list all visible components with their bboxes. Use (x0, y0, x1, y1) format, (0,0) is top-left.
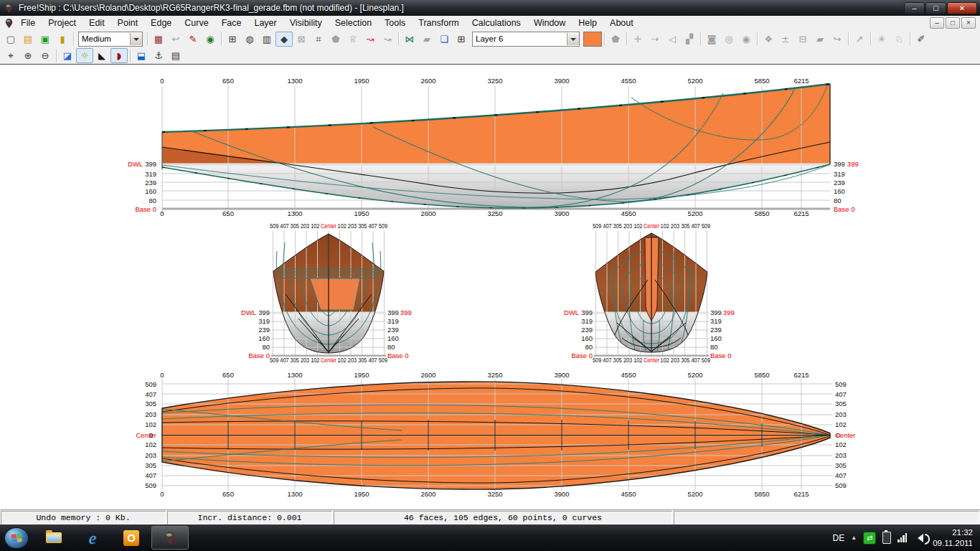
split-section-button[interactable]: ▞ (681, 32, 698, 47)
transform-rotate-button[interactable]: ▰ (811, 32, 829, 47)
fill-mode-button[interactable]: ◣ (93, 48, 110, 63)
menu-tools[interactable]: Tools (378, 16, 412, 30)
save-file-button[interactable]: ▣ (37, 32, 54, 47)
zoom-out-button[interactable]: ⊖ (37, 48, 54, 63)
control-net-button[interactable]: ▦ (150, 32, 167, 47)
markers-button[interactable]: ♕ (344, 32, 362, 47)
new-face-button[interactable]: ❖ (760, 32, 777, 47)
control-curves-button[interactable]: ◍ (241, 32, 258, 47)
menu-transform[interactable]: Transform (412, 16, 466, 30)
crosshair-icon: ✛ (634, 34, 642, 44)
hydrostatics-button[interactable]: ⌗ (310, 32, 327, 47)
menu-curve[interactable]: Curve (178, 16, 215, 30)
volume-icon[interactable] (913, 534, 923, 542)
menu-layer[interactable]: Layer (248, 16, 283, 30)
menu-calculations[interactable]: Calculations (466, 16, 527, 30)
tray-expand-arrow[interactable]: ▲ (851, 534, 857, 541)
lackenby-button[interactable]: ↗ (851, 32, 868, 47)
unlock-points-button[interactable]: ◎ (720, 32, 738, 47)
intersect-edges-button[interactable]: ⇢ (646, 32, 664, 47)
exit-button[interactable]: ▮ (54, 32, 71, 47)
chevron-down-icon[interactable] (130, 33, 142, 45)
export-model-button[interactable]: ⚓ (150, 48, 167, 63)
svg-text:305: 305 (145, 461, 156, 469)
marker-pen-button[interactable]: ✐ (913, 32, 930, 47)
unlock-all-button[interactable]: ◉ (738, 32, 755, 47)
mirror-panels-button[interactable]: ▰ (418, 32, 435, 47)
zoom-in-button[interactable]: ⊕ (19, 48, 37, 63)
menu-project[interactable]: Project (42, 16, 83, 30)
clock[interactable]: 21:32 09.11.2011 (933, 527, 973, 548)
network-signal-icon[interactable] (897, 533, 907, 542)
sync-tray-icon[interactable]: ⇄ (863, 532, 876, 545)
insert-plane-button[interactable]: ✛ (629, 32, 646, 47)
wireframe-light-button[interactable]: ☼ (76, 48, 93, 63)
intersections-button[interactable]: ⊞ (224, 32, 241, 47)
precision-select[interactable]: Medium (78, 32, 143, 47)
menu-about[interactable]: About (603, 16, 640, 30)
menu-visibility[interactable]: Visibility (283, 16, 329, 30)
layer-properties-button[interactable]: ❏ (435, 32, 453, 47)
taskbar-outlook-button[interactable]: O (113, 526, 150, 550)
intersect-layers-button[interactable]: ✳ (873, 32, 890, 47)
fill-triangle-icon: ◣ (98, 50, 105, 61)
taskbar: e O DE ▲ ⇄ 21:32 09.11.2011 (0, 524, 980, 551)
menu-face[interactable]: Face (215, 16, 248, 30)
check-model-button[interactable]: ♘ (890, 32, 908, 47)
normals-button[interactable]: ↝ (379, 32, 396, 47)
edit-mode-button[interactable]: ✎ (184, 32, 202, 47)
battery-icon[interactable] (882, 532, 891, 544)
undo-button[interactable]: ↩ (167, 32, 184, 47)
perspective-button[interactable]: ⬟ (607, 32, 624, 47)
extrude-edges-button[interactable]: ◁ (664, 32, 681, 47)
transform-move-button[interactable]: ⊟ (794, 32, 811, 47)
svg-text:102: 102 (835, 441, 847, 448)
start-button[interactable] (4, 527, 29, 549)
menu-point[interactable]: Point (111, 16, 145, 30)
menu-window[interactable]: Window (527, 16, 572, 30)
stations-button[interactable]: ▥ (258, 32, 275, 47)
flowlines-button[interactable]: ⬟ (327, 32, 344, 47)
print-button[interactable]: ▤ (167, 48, 184, 63)
toolbar-separator (73, 32, 74, 45)
menu-selection[interactable]: Selection (329, 16, 378, 30)
menu-edit[interactable]: Edit (83, 16, 111, 30)
flip-normals-button[interactable]: ± (777, 32, 794, 47)
layer-arrange-button[interactable]: ⊞ (453, 32, 470, 47)
interior-edges-button[interactable]: ◉ (202, 32, 219, 47)
taskbar-freeship-button[interactable] (151, 526, 189, 550)
svg-text:102: 102 (835, 420, 847, 428)
taskbar-explorer-button[interactable] (35, 526, 72, 550)
shade-button[interactable]: ◆ (275, 32, 293, 47)
zoom-extents-button[interactable]: ⌖ (2, 48, 19, 63)
shaded-mode-button[interactable]: ◗ (110, 48, 128, 63)
curvature-button[interactable]: ↝ (362, 32, 379, 47)
language-indicator[interactable]: DE (833, 533, 845, 543)
unlock-icon: ◎ (725, 34, 732, 44)
linesplan-canvas[interactable]: 0650130019502600325039004550520058506215… (0, 65, 980, 509)
transform-mirror-button[interactable]: ↪ (829, 32, 846, 47)
chevron-down-icon[interactable] (567, 33, 579, 45)
both-sides-button[interactable]: ⋈ (401, 32, 418, 47)
menu-file[interactable]: File (14, 16, 42, 30)
mdi-minimize-button[interactable]: – (930, 17, 944, 29)
open-file-button[interactable]: ▤ (19, 32, 37, 47)
menu-help[interactable]: Help (572, 16, 603, 30)
menu-edge[interactable]: Edge (144, 16, 178, 30)
taskbar-ie-button[interactable]: e (74, 526, 111, 550)
waterline-label: 160 (710, 334, 722, 342)
minimize-button[interactable]: – (904, 2, 925, 14)
mdi-close-button[interactable]: × (961, 17, 976, 29)
developability-icon: ⊠ (298, 34, 306, 44)
plan-view: 0650130019502600325039004550520058506215… (136, 371, 855, 498)
restore-button[interactable]: □ (925, 2, 946, 14)
layer-color-swatch[interactable] (583, 32, 602, 47)
new-file-button[interactable]: ▢ (2, 32, 19, 47)
layer-select[interactable]: Layer 6 (472, 32, 580, 47)
spray-color-button[interactable]: ◪ (59, 48, 76, 63)
save-image-button[interactable]: ⬓ (133, 48, 150, 63)
mdi-restore-button[interactable]: □ (946, 17, 960, 29)
lock-points-button[interactable]: ◙ (703, 32, 720, 47)
developability-button[interactable]: ⊠ (293, 32, 310, 47)
close-button[interactable]: × (947, 2, 977, 14)
